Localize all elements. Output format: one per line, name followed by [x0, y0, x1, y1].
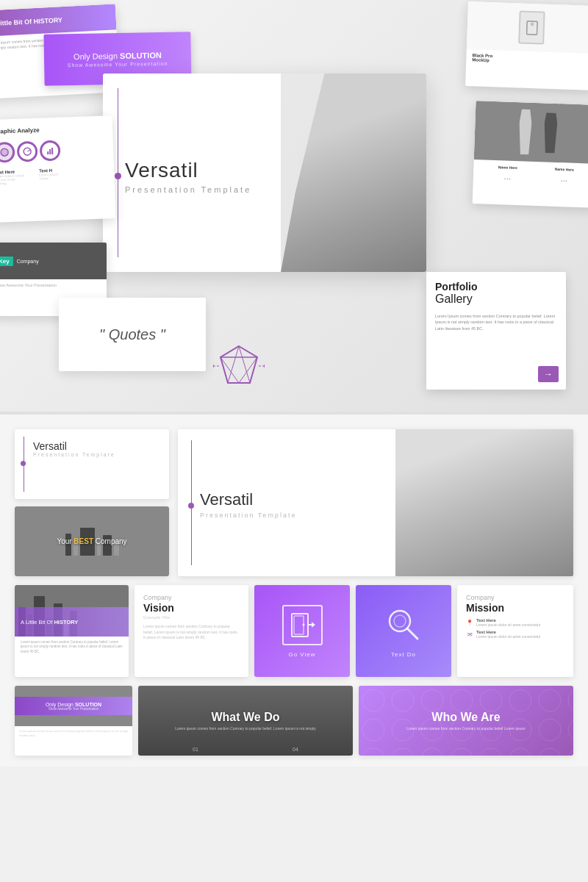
solution-band: Only Design SOLUTION Show Awesome Your P…: [15, 697, 132, 715]
large-slide-right: [395, 429, 573, 576]
svg-line-24: [407, 628, 417, 639]
slide-history-bottom[interactable]: A Little Bit Of HISTORY Lorem ipsum come…: [15, 585, 129, 677]
svg-rect-5: [47, 151, 49, 154]
thumb-solution-bottom[interactable]: Only Design SOLUTION Show Awesome Your P…: [15, 686, 132, 756]
line-dot: [115, 173, 121, 179]
graph-labels: Text Here Lorem ipsum simply the text of…: [0, 162, 115, 190]
mail-icon: ✉: [466, 631, 473, 638]
what-sub: Lorem ipsum comes from section Contrary …: [175, 726, 316, 731]
search-icon-big: [384, 605, 424, 645]
solution-title: Only Design SOLUTION: [74, 50, 162, 60]
mockup-bottom: Black Pro MockUp: [466, 49, 588, 70]
solution-title-sm: Only Design SOLUTION: [46, 702, 101, 707]
tablet-icon: [518, 10, 545, 44]
history-overlay-text: A Little Bit Of HISTORY: [21, 619, 78, 625]
svg-point-15: [264, 364, 265, 368]
svg-rect-19: [294, 616, 304, 634]
thumb-versatil[interactable]: Versatil Presentation Template: [15, 429, 169, 499]
graph-circles: [0, 135, 114, 167]
main-center-slide: Versatil Presentation Template: [103, 74, 426, 272]
key-text: Company: [17, 259, 39, 264]
people-background: [474, 101, 588, 164]
main-title: Versatil: [125, 159, 266, 182]
people-info: Name Here ♦ ♦ ♦ Name Here ♦ ♦ ♦: [473, 159, 588, 190]
portfolio-body: Lorem Ipsum comes from section Contrary …: [435, 313, 557, 331]
mission-sub-2: Lorem ipsum dolor sit amet consectetur: [476, 634, 541, 639]
solution-top: Only Design SOLUTION Show Awesome Your P…: [15, 686, 132, 726]
go-view-label: Go View: [288, 651, 315, 658]
what-title: What We Do: [211, 711, 279, 724]
slide-vision[interactable]: Company Vision Example Title Lorem ipsum…: [135, 585, 248, 677]
portfolio-header: Portfolio Gallery: [426, 272, 566, 309]
go-view-icon: [282, 605, 323, 645]
vision-title: Vision: [143, 602, 240, 614]
large-slide-left: Versatil Presentation Template: [178, 429, 395, 576]
large-main-slide: Versatil Presentation Template: [178, 429, 573, 576]
diamond-container: [213, 343, 265, 390]
what-num-1: 01: [193, 747, 198, 752]
solution-body: Lorem ipsum comes from section Contrary …: [19, 729, 128, 737]
who-content: Who We Are Lorem ipsum comes from sectio…: [359, 686, 573, 756]
rock-background: [281, 74, 426, 272]
circle-1: [0, 142, 15, 163]
svg-point-4: [24, 148, 31, 155]
company-overlay: Your BEST Company: [15, 506, 169, 576]
history-bg: A Little Bit Of HISTORY: [15, 585, 129, 637]
history-overlay: A Little Bit Of HISTORY: [15, 607, 129, 637]
slide-search[interactable]: Text Do: [356, 585, 451, 677]
mission-label: Company: [466, 594, 564, 601]
what-numbers: 01 04: [138, 747, 353, 752]
history-header-text: A Little Bit Of HISTORY: [0, 16, 62, 27]
person-social-2: ♦ ♦ ♦: [561, 179, 567, 182]
svg-point-17: [213, 364, 214, 368]
company-label: Your BEST Company: [57, 537, 126, 545]
slide-mission[interactable]: Company Mission 📍 Text Here Lorem ipsum …: [457, 585, 573, 677]
solution-bottom: Lorem ipsum comes from section Contrary …: [15, 726, 132, 740]
main-slide-left: Versatil Presentation Template: [103, 74, 281, 272]
person-2: [541, 112, 561, 154]
person-card-2: Name Here ♦ ♦ ♦: [554, 167, 574, 185]
who-sub: Lorem ipsum comes from section Contrary …: [399, 726, 532, 731]
mockup-visual: [467, 1, 588, 54]
thumbnails-column: Versatil Presentation Template: [15, 429, 169, 576]
slide-graph: Graphic Analyze Text Here Lorem ipsum si…: [0, 115, 115, 223]
svg-line-13: [239, 357, 257, 383]
circle-3: [40, 140, 61, 162]
slide-go-view[interactable]: Go View: [254, 585, 350, 677]
what-content: What We Do Lorem ipsum comes from sectio…: [138, 686, 353, 756]
vision-sub: Example Title: [143, 615, 240, 620]
key-badge: Key: [0, 257, 13, 266]
bottom-row-2: A Little Bit Of HISTORY Lorem ipsum come…: [15, 585, 573, 677]
svg-line-12: [220, 357, 239, 383]
svg-marker-21: [312, 622, 315, 628]
person-social-1: ♦ ♦ ♦: [504, 176, 511, 180]
svg-rect-6: [49, 149, 51, 154]
portfolio-arrow[interactable]: →: [538, 366, 559, 382]
main-subtitle: Presentation Template: [125, 185, 266, 194]
mission-item-1: 📍 Text Here Lorem ipsum dolor sit amet c…: [466, 618, 564, 627]
main-slide-right: [281, 74, 426, 272]
thumb-who-we-are[interactable]: Who We Are Lorem ipsum comes from sectio…: [359, 686, 573, 756]
bottom-section: Versatil Presentation Template: [0, 415, 588, 767]
key-background: Key Company: [0, 243, 107, 279]
mission-sub-1: Lorem ipsum dolor sit amet consectetur: [476, 623, 541, 627]
what-background: What We Do Lorem ipsum comes from sectio…: [138, 686, 353, 756]
thumb-company[interactable]: Your BEST Company: [15, 506, 169, 576]
graph-label: Graphic Analyze: [0, 127, 40, 135]
slide-portfolio: Portfolio Gallery Lorem Ipsum comes from…: [426, 272, 566, 390]
solution-sub-sm: Show Awesome Your Presentation: [49, 707, 99, 711]
pin-icon: 📍: [466, 619, 473, 626]
thumb-title: Versatil: [33, 440, 158, 452]
what-num-2: 04: [293, 747, 298, 752]
history-body: Lorem ipsum comes from section Contrary …: [21, 640, 123, 654]
person-card-1: Name Here ♦ ♦ ♦: [498, 165, 517, 183]
person-1: [514, 109, 536, 155]
portfolio-title: Portfolio: [435, 281, 557, 293]
large-rock-bg: [395, 429, 573, 576]
slide-people: Name Here ♦ ♦ ♦ Name Here ♦ ♦ ♦: [473, 101, 588, 208]
door-icon: [290, 612, 315, 638]
thumb-what-we-do[interactable]: What We Do Lorem ipsum comes from sectio…: [138, 686, 353, 756]
company-bold: BEST: [74, 537, 93, 545]
top-section: A Little Bit Of HISTORY Lorem ipsum come…: [0, 0, 588, 412]
bottom-row-3: Only Design SOLUTION Show Awesome Your P…: [15, 686, 573, 756]
